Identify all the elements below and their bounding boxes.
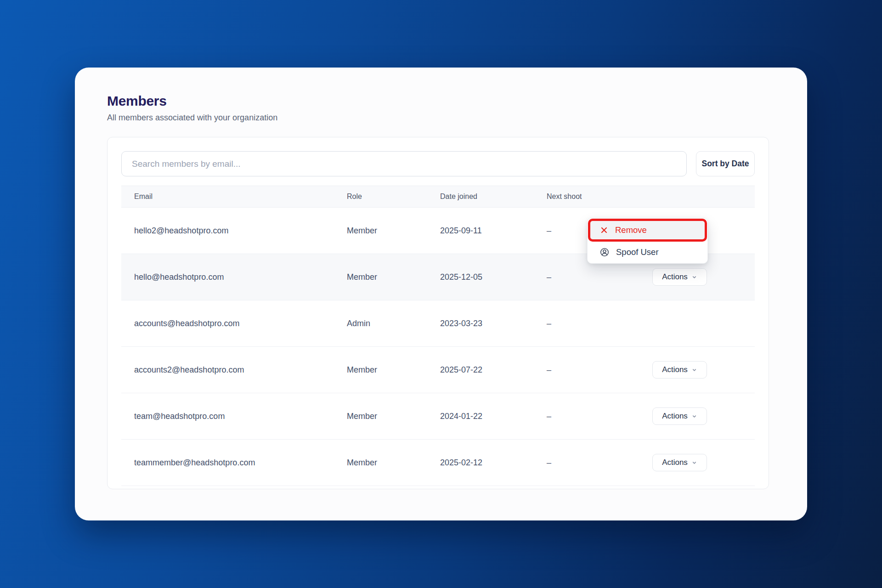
member-date-joined: 2025-09-11 [440, 226, 547, 236]
column-header-next-shoot: Next shoot [547, 192, 647, 201]
member-date-joined: 2025-12-05 [440, 272, 547, 282]
member-next-shoot: – [547, 458, 647, 468]
x-icon [599, 226, 609, 235]
table-row: accounts@headshotpro.com Admin 2023-03-2… [121, 300, 755, 347]
chevron-down-icon [691, 367, 697, 373]
members-card: Members All members associated with your… [75, 68, 807, 520]
sort-by-date-button[interactable]: Sort by Date [696, 151, 755, 176]
chevron-down-icon [691, 413, 697, 419]
user-circle-icon [599, 247, 610, 257]
spoof-user-label: Spoof User [616, 247, 659, 257]
member-date-joined: 2024-01-22 [440, 412, 547, 421]
table-row: teammember@headshotpro.com Member 2025-0… [121, 440, 755, 486]
member-date-joined: 2023-03-23 [440, 319, 547, 328]
member-email: accounts@headshotpro.com [121, 319, 347, 328]
member-next-shoot: – [547, 412, 647, 421]
member-role: Admin [347, 319, 440, 328]
dropdown-item-spoof-user[interactable]: Spoof User [588, 242, 707, 262]
member-email: hello@headshotpro.com [121, 272, 347, 282]
chevron-down-icon [691, 274, 697, 280]
column-header-date-joined: Date joined [440, 192, 547, 201]
member-email: accounts2@headshotpro.com [121, 365, 347, 375]
member-email: teammember@headshotpro.com [121, 458, 347, 468]
actions-button-label: Actions [662, 458, 688, 467]
member-role: Member [347, 272, 440, 282]
actions-button-label: Actions [662, 412, 688, 421]
search-input[interactable] [121, 151, 687, 176]
member-role: Member [347, 458, 440, 468]
member-actions-cell: Actions [647, 268, 755, 286]
member-date-joined: 2025-02-12 [440, 458, 547, 468]
dropdown-item-remove[interactable]: Remove [588, 219, 707, 242]
actions-button[interactable]: Actions [652, 407, 707, 425]
table-row: accounts2@headshotpro.com Member 2025-07… [121, 347, 755, 393]
actions-button-label: Actions [662, 365, 688, 374]
member-role: Member [347, 226, 440, 236]
actions-button[interactable]: Actions [652, 268, 707, 286]
member-next-shoot: – [547, 319, 647, 328]
actions-button-label: Actions [662, 272, 688, 282]
remove-label: Remove [615, 225, 647, 235]
members-panel: Sort by Date Email Role Date joined Next… [107, 137, 769, 489]
actions-button[interactable]: Actions [652, 454, 707, 471]
member-actions-cell: Actions [647, 407, 755, 425]
actions-dropdown-menu: Remove Spoof User [587, 218, 708, 264]
column-header-role: Role [347, 192, 440, 201]
member-date-joined: 2025-07-22 [440, 365, 547, 375]
member-email: team@headshotpro.com [121, 412, 347, 421]
member-role: Member [347, 412, 440, 421]
member-actions-cell: Actions [647, 454, 755, 471]
page-title: Members [107, 93, 775, 109]
member-email: hello2@headshotpro.com [121, 226, 347, 236]
toolbar: Sort by Date [121, 151, 755, 176]
column-header-email: Email [121, 192, 347, 201]
table-header: Email Role Date joined Next shoot [121, 186, 755, 208]
page-subtitle: All members associated with your organiz… [107, 112, 775, 123]
member-next-shoot: – [547, 272, 647, 282]
member-actions-cell: Actions [647, 361, 755, 379]
member-role: Member [347, 365, 440, 375]
actions-button[interactable]: Actions [652, 361, 707, 379]
app-background: { "page": { "title": "Members", "subtitl… [0, 0, 882, 588]
member-next-shoot: – [547, 365, 647, 375]
chevron-down-icon [691, 460, 697, 466]
table-row: team@headshotpro.com Member 2024-01-22 –… [121, 393, 755, 440]
